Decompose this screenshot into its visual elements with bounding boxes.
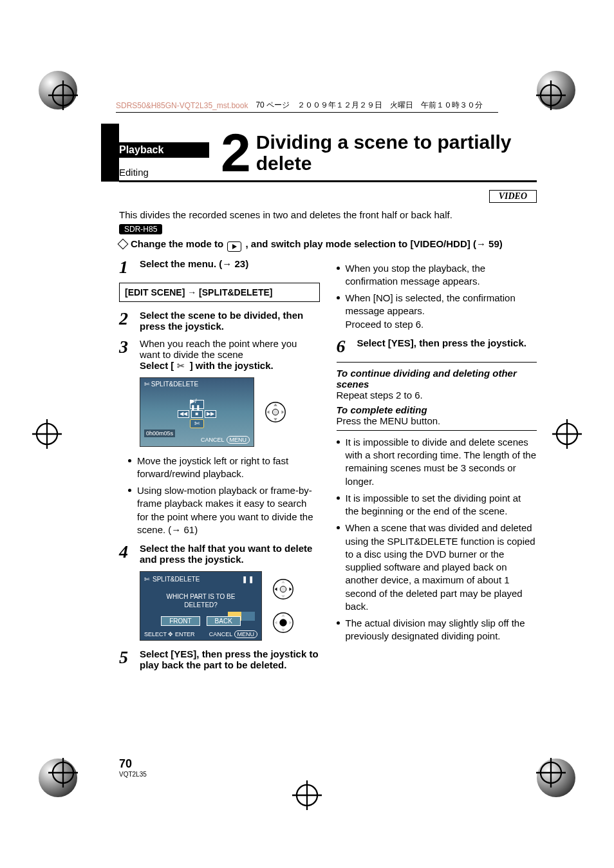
print-filename: SDRS50&H85GN-VQT2L35_mst.book [116,101,248,110]
notes-list: It is impossible to divide and delete sc… [337,436,537,643]
menu-path-box: [EDIT SCENE] → [SPLIT&DELETE] [119,283,320,302]
step-1: 1 Select the menu. (→ 23) [119,258,320,276]
print-pageinfo: 70 ページ ２００９年１２月２９日 火曜日 午前１０時３０分 [256,100,483,111]
svg-point-24 [280,586,286,592]
step-number: 4 [119,543,133,565]
osd-timecode: 0h00m05s [144,429,175,437]
osd-stop-icon: ■ [191,410,203,418]
step-5-text: Select [YES], then press the joystick to… [140,648,320,670]
joystick-press-icon [271,610,295,635]
print-header: SDRS50&H85GN-VQT2L35_mst.book 70 ページ ２００… [116,100,498,113]
step-6-text: Select [YES], then press the joystick. [357,337,537,355]
step-4-text: Select the half that you want to delete … [140,543,320,565]
list-item: Move the joystick left or right to fast … [128,455,320,481]
section-number: 2 [221,129,251,178]
category-label: Playback [119,142,209,158]
list-item: Using slow-motion playback or frame-by-f… [128,484,320,536]
osd-title: ✄ SPLIT&DELETE [144,381,198,388]
mode-badge-video: VIDEO [489,190,537,203]
step-3-text-a: When you reach the point where you want … [140,338,297,360]
complete-text: Press the MENU button. [337,415,537,426]
step-number: 1 [119,258,133,276]
osd-forward-icon: ▶▶ [205,410,216,418]
osd-back-button: BACK [207,616,241,626]
osd-front-button: FRONT [161,616,200,626]
page-number: 70 [119,757,147,771]
list-item: The actual division may slightly slip of… [337,617,537,643]
osd-select-label: SELECT [144,631,167,637]
subcategory-label: Editing [119,167,209,178]
step-5-notes: When you stop the playback, the confirma… [337,262,537,331]
camera-osd-image: ✄SPLIT&DELETE ❚❚ WHICH PART IS TO BE DEL… [140,571,262,641]
registration-mark [292,780,322,810]
osd-title: SPLIT&DELETE [153,576,200,583]
step-number: 6 [337,337,351,355]
osd-split-icon: ✄ [190,419,204,428]
osd-menu-label: MENU [227,436,250,444]
scissors-icon: ✄ [144,576,149,583]
step-3-notes: Move the joystick left or right to fast … [128,455,320,537]
registration-mark [32,419,62,449]
svg-point-26 [279,619,286,626]
list-item: When a scene that was divided and delete… [337,522,537,613]
intro-text: This divides the recorded scenes in two … [119,209,537,220]
left-column: 1 Select the menu. (→ 23) [EDIT SCENE] →… [119,258,320,677]
list-item: It is impossible to set the dividing poi… [337,492,537,518]
complete-heading: To complete editing [337,404,537,415]
osd-pause-icon: ❚❚ [242,576,255,583]
joystick-leftright-icon [271,577,295,601]
continue-text: Repeat steps 2 to 6. [337,390,537,401]
osd-message: WHICH PART IS TO BE DELETED? [140,592,261,609]
step-4: 4 Select the half that you want to delet… [119,543,320,565]
step-3-text-pre: Select [ [140,360,177,371]
osd-enter-label: ENTER [175,631,195,637]
scissors-icon [177,360,187,368]
registration-mark [552,419,582,449]
registration-mark [536,80,566,110]
screenshot-split-delete: ✄ SPLIT&DELETE ▶/❚❚ ◀◀ ■ ▶▶ ✄ 0h00m05s C… [140,377,320,447]
divider [337,430,537,431]
step-number: 3 [119,338,133,371]
step-6: 6 Select [YES], then press the joystick. [337,337,537,355]
registration-mark [48,80,78,110]
osd-rewind-icon: ◀◀ [178,410,189,418]
step-number: 5 [119,648,133,670]
osd-menu-label: MENU [234,630,258,638]
play-mode-icon [227,241,241,252]
model-badge: SDR-H85 [119,224,162,234]
step-5: 5 Select [YES], then press the joystick … [119,648,320,670]
osd-cancel-label: CANCEL [209,631,232,637]
page-footer: 70 VQT2L35 [119,757,147,778]
page-content: Playback Editing 2 Dividing a scene to p… [119,129,537,778]
precondition-pre: Change the mode to [131,238,226,249]
list-item: When [NO] is selected, the confirmation … [337,292,537,331]
side-tab [101,124,119,182]
doc-code: VQT2L35 [119,771,147,778]
step-2: 2 Select the scene to be divided, then p… [119,310,320,332]
list-item: It is impossible to divide and delete sc… [337,436,537,488]
diamond-icon [118,238,129,249]
registration-mark [48,758,78,788]
page-title: Dividing a scene to partially delete [256,131,537,178]
right-column: When you stop the playback, the confirma… [337,258,537,677]
list-item: When you stop the playback, the confirma… [337,262,537,288]
step-3: 3 When you reach the point where you wan… [119,338,320,371]
registration-mark [536,758,566,788]
osd-cancel-label: CANCEL [201,437,225,443]
step-number: 2 [119,310,133,332]
joystick-press-icon [263,400,288,424]
precondition-line: Change the mode to , and switch play mod… [119,238,537,252]
screenshot-which-part: ✄SPLIT&DELETE ❚❚ WHICH PART IS TO BE DEL… [140,571,320,641]
divider [337,362,537,363]
section-header: Playback Editing 2 Dividing a scene to p… [119,129,537,182]
step-2-text: Select the scene to be divided, then pre… [140,310,320,332]
precondition-post: , and switch play mode selection to [VID… [246,238,503,249]
svg-point-22 [272,409,279,415]
osd-play-pause-icon: ▶/❚❚ [190,400,204,409]
step-1-text: Select the menu. (→ 23) [140,258,320,276]
continue-heading: To continue dividing and deleting other … [337,368,537,390]
camera-osd-image: ✄ SPLIT&DELETE ▶/❚❚ ◀◀ ■ ▶▶ ✄ 0h00m05s C… [140,377,254,447]
step-3-text-post: ] with the joystick. [190,360,274,371]
